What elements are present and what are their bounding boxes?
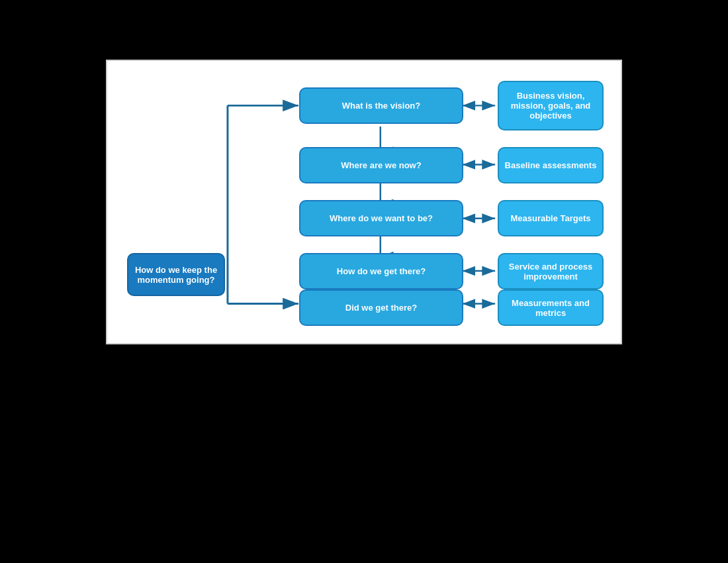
targets-box: Measurable Targets (498, 200, 604, 236)
get-box: How do we get there? (299, 253, 463, 289)
measurements-box: Measurements and metrics (498, 289, 604, 326)
vision-box: What is the vision? (299, 87, 463, 124)
momentum-box: How do we keep the momentum going? (127, 253, 225, 296)
business-box: Business vision, mission, goals, and obj… (498, 81, 604, 130)
now-box: Where are we now? (299, 147, 463, 183)
diagram-container: How do we keep the momentum going? What … (106, 60, 622, 344)
service-box: Service and process improvement (498, 253, 604, 289)
want-box: Where do we want to be? (299, 200, 463, 236)
did-box: Did we get there? (299, 289, 463, 326)
baseline-box: Baseline assessments (498, 147, 604, 183)
